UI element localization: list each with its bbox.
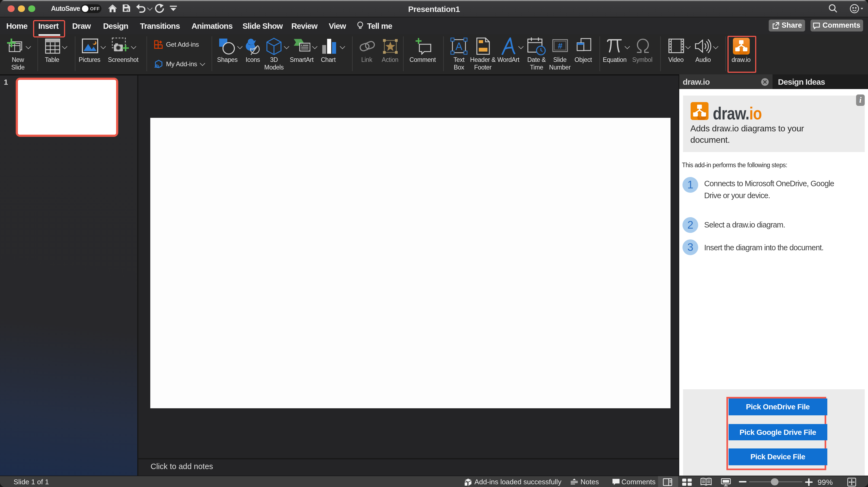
svg-text:A: A <box>456 41 463 52</box>
svg-text:#: # <box>558 41 563 50</box>
